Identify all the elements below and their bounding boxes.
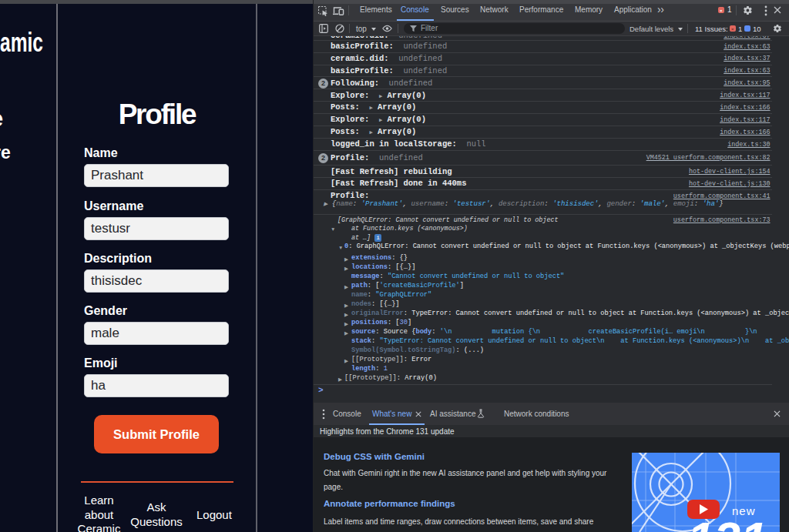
svg-text:131: 131 [687,512,767,532]
